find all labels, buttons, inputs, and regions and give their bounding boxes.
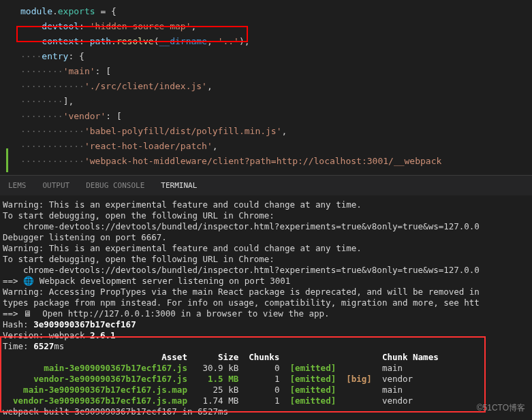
table-row: vendor-3e909090367b17ecf167.js 1.5 MB 1 …	[3, 374, 529, 385]
code-line: ····context: path.resolve(__dirname, '..…	[0, 34, 532, 49]
terminal-line: Warning: This is an experimental feature…	[3, 199, 529, 210]
table-header-row: Asset Size Chunks Chunk Names	[3, 352, 529, 363]
table-row: vendor-3e909090367b17ecf167.js.map 1.74 …	[3, 395, 529, 406]
hash-line: Hash: 3e909090367b17ecf167	[3, 319, 529, 330]
terminal-line: ==> 🌐 Webpack development server listeni…	[3, 276, 529, 287]
terminal-panel[interactable]: Warning: This is an experimental feature…	[0, 195, 532, 420]
code-line: ············'babel-polyfill/dist/polyfil…	[0, 124, 532, 139]
code-line: ····devtool: 'hidden-source-map',	[0, 19, 532, 34]
terminal-line: ==> 🖥 Open http://127.0.0.1:3000 in a br…	[3, 308, 529, 319]
webpack-footer: webpack built 3e909090367b17ecf167 in 65…	[3, 406, 529, 417]
code-line: ············'webpack-hot-middleware/clie…	[0, 154, 532, 169]
terminal-line: Warning: This is an experimental feature…	[3, 243, 529, 254]
table-row: main-3e909090367b17ecf167.js 30.9 kB 0 […	[3, 363, 529, 374]
terminal-line: To start debugging, open the following U…	[3, 254, 529, 265]
tab-output[interactable]: OUTPUT	[35, 176, 78, 196]
terminal-line: Warning: Accessing PropTypes via the mai…	[3, 287, 529, 297]
tab-terminal[interactable]: TERMINAL	[153, 176, 205, 196]
code-line: ····entry: {	[0, 49, 532, 64]
code-line: ········'main': [	[0, 64, 532, 79]
code-line: module.exports = {	[0, 4, 532, 19]
gutter-indicator	[6, 148, 8, 172]
tab-lems[interactable]: LEMS	[0, 176, 35, 196]
table-row: main-3e909090367b17ecf167.js.map 25 kB 0…	[3, 385, 529, 395]
terminal-line: To start debugging, open the following U…	[3, 210, 529, 221]
code-line: ········],	[0, 94, 532, 109]
tab-debug-console[interactable]: DEBUG CONSOLE	[78, 176, 153, 196]
terminal-line: Debugger listening on port 6667.	[3, 232, 529, 243]
code-line: ············'./src/client/index.js',	[0, 79, 532, 94]
watermark: ©51CTO博客	[477, 402, 525, 413]
panel-tabbar: LEMSOUTPUTDEBUG CONSOLETERMINAL	[0, 175, 532, 195]
version-line: Version: webpack 2.6.1	[3, 330, 529, 341]
time-line: Time: 6527ms	[3, 341, 529, 352]
code-line: ········'vendor': [	[0, 109, 532, 124]
code-editor[interactable]: module.exports = {····devtool: 'hidden-s…	[0, 0, 532, 175]
terminal-line: chrome-devtools://devtools/bundled/inspe…	[3, 221, 529, 232]
code-line: ············'react-hot-loader/patch',	[0, 139, 532, 154]
terminal-line: types package from npm instead. For info…	[3, 297, 529, 308]
terminal-line: chrome-devtools://devtools/bundled/inspe…	[3, 265, 529, 276]
